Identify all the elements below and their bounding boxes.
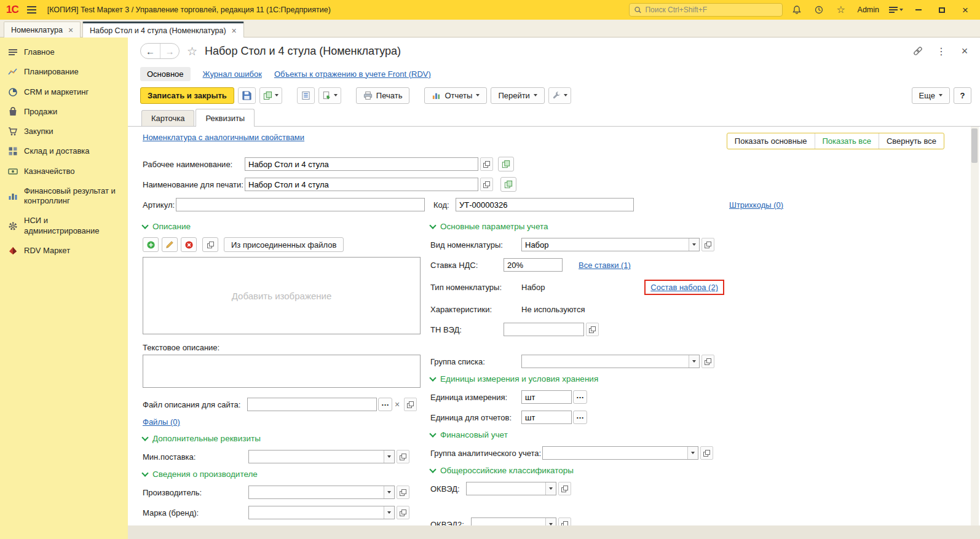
- from-attached-files-button[interactable]: Из присоединенных файлов: [224, 237, 344, 252]
- sidebar-item-treasury[interactable]: Казначейство: [0, 162, 128, 181]
- list-group-input[interactable]: [522, 355, 689, 368]
- sidebar-item-financial-result[interactable]: Финансовый результат и контроллинг: [0, 181, 128, 211]
- code-input[interactable]: [456, 198, 634, 211]
- sidebar-item-crm[interactable]: CRM и маркетинг: [0, 82, 128, 102]
- edit-image-button[interactable]: [162, 237, 178, 252]
- help-button[interactable]: ?: [954, 87, 971, 104]
- add-image-button[interactable]: [143, 237, 159, 252]
- unit-browse-button[interactable]: [573, 390, 587, 404]
- site-file-browse-button[interactable]: [378, 398, 392, 411]
- analytic-group-open-button[interactable]: [700, 446, 713, 460]
- tab-card[interactable]: Карточка: [141, 110, 194, 126]
- okved2-input[interactable]: [472, 518, 545, 525]
- collapse-all-button[interactable]: Свернуть все: [879, 133, 944, 149]
- working-name-input[interactable]: [245, 157, 478, 171]
- all-vat-rates-link[interactable]: Все ставки (1): [579, 261, 631, 270]
- nav-link-main[interactable]: Основное: [140, 67, 191, 81]
- journal-button[interactable]: [297, 87, 315, 104]
- create-based-on-button[interactable]: [318, 87, 341, 104]
- print-name-copy-button[interactable]: [500, 177, 516, 192]
- okved-open-button[interactable]: [558, 482, 571, 495]
- okved2-open-button[interactable]: [558, 517, 571, 525]
- copy-button[interactable]: [259, 87, 282, 104]
- sidebar-item-admin[interactable]: НСИ и администрирование: [0, 211, 128, 241]
- save-button[interactable]: [238, 87, 256, 104]
- tab-details[interactable]: Реквизиты: [196, 109, 255, 127]
- article-input[interactable]: [176, 198, 425, 211]
- dropdown-button[interactable]: [689, 355, 699, 368]
- tnved-open-button[interactable]: [586, 323, 599, 336]
- print-name-open-button[interactable]: [480, 178, 493, 191]
- sidebar-item-main[interactable]: Главное: [0, 42, 128, 62]
- goto-button[interactable]: Перейти: [491, 87, 545, 104]
- producer-input[interactable]: [249, 486, 384, 498]
- close-form-icon[interactable]: [958, 44, 971, 58]
- dropdown-button[interactable]: [687, 447, 698, 459]
- window-tab-item-card[interactable]: Набор Стол и 4 стула (Номенклатура): [82, 22, 244, 37]
- sidebar-item-rdv-market[interactable]: RDV Маркет: [0, 241, 128, 261]
- more-menu-icon[interactable]: [935, 44, 948, 58]
- report-unit-input[interactable]: [521, 411, 572, 424]
- section-manufacturer[interactable]: Сведения о производителе: [143, 470, 425, 479]
- delete-image-button[interactable]: [181, 237, 197, 252]
- section-additional-details[interactable]: Дополнительные реквизиты: [143, 434, 425, 443]
- print-name-input[interactable]: [245, 178, 478, 191]
- sidebar-item-sales[interactable]: Продажи: [0, 102, 128, 122]
- section-units[interactable]: Единицы измерения и условия хранения: [430, 374, 728, 384]
- dropdown-button[interactable]: [545, 518, 556, 525]
- search-input[interactable]: [645, 6, 777, 14]
- unit-input[interactable]: [521, 390, 572, 404]
- section-financial[interactable]: Финансовый учет: [430, 430, 728, 439]
- user-name[interactable]: Admin: [855, 6, 882, 14]
- close-tab-icon[interactable]: [232, 26, 237, 35]
- favorites-star-icon[interactable]: [833, 2, 849, 17]
- nav-link-reflection-objects[interactable]: Объекты к отражению в учете Front (RDV): [274, 69, 431, 79]
- history-icon[interactable]: [811, 2, 827, 17]
- similar-properties-link[interactable]: Номенклатура с аналогичными свойствами: [143, 133, 304, 142]
- scrollbar[interactable]: [971, 127, 979, 525]
- dropdown-button[interactable]: [384, 506, 394, 519]
- dropdown-button[interactable]: [689, 238, 699, 251]
- search-box[interactable]: [629, 3, 783, 17]
- reports-button[interactable]: Отчеты: [424, 87, 487, 104]
- producer-open-button[interactable]: [397, 486, 409, 499]
- files-link[interactable]: Файлы (0): [143, 417, 180, 427]
- save-close-button[interactable]: Записать и закрыть: [140, 87, 234, 104]
- text-description-input[interactable]: [143, 355, 421, 388]
- site-file-input[interactable]: [247, 398, 377, 411]
- barcodes-link[interactable]: Штрихкоды (0): [729, 200, 783, 210]
- get-link-icon[interactable]: [911, 44, 925, 58]
- sidebar-item-warehouse[interactable]: Склад и доставка: [0, 141, 128, 161]
- forward-button[interactable]: [160, 44, 179, 58]
- minimize-button[interactable]: [910, 2, 927, 17]
- min-supply-open-button[interactable]: [397, 450, 409, 463]
- working-name-copy-button[interactable]: [498, 157, 514, 171]
- site-file-open-button[interactable]: [404, 398, 417, 411]
- vat-input[interactable]: [504, 258, 563, 272]
- section-classifiers[interactable]: Общероссийские классификаторы: [430, 466, 728, 475]
- tnved-input[interactable]: [504, 323, 584, 336]
- show-all-button[interactable]: Показать все: [815, 133, 879, 149]
- dropdown-button[interactable]: [545, 482, 556, 495]
- min-supply-input[interactable]: [249, 450, 384, 463]
- notifications-bell-icon[interactable]: [789, 2, 805, 17]
- window-tab-nomenclatura[interactable]: Номенклатура: [4, 22, 81, 37]
- kind-open-button[interactable]: [701, 238, 714, 251]
- section-description[interactable]: Описание: [143, 222, 425, 231]
- brand-input[interactable]: [249, 506, 384, 519]
- okved-input[interactable]: [467, 482, 545, 495]
- list-group-open-button[interactable]: [701, 355, 714, 368]
- close-window-button[interactable]: [957, 2, 974, 17]
- working-name-open-button[interactable]: [480, 157, 493, 171]
- more-actions-button[interactable]: Еще: [912, 87, 950, 104]
- section-main-params[interactable]: Основные параметры учета: [430, 222, 728, 231]
- print-button[interactable]: Печать: [356, 87, 410, 104]
- service-menu-icon[interactable]: [888, 2, 904, 17]
- dropdown-button[interactable]: [384, 450, 394, 463]
- image-placeholder[interactable]: Добавить изображение: [143, 257, 421, 334]
- report-unit-browse-button[interactable]: [573, 411, 587, 424]
- dropdown-button[interactable]: [384, 486, 394, 498]
- open-image-button[interactable]: [202, 237, 218, 252]
- site-file-clear-button[interactable]: [392, 398, 402, 411]
- sidebar-item-purchases[interactable]: Закупки: [0, 122, 128, 141]
